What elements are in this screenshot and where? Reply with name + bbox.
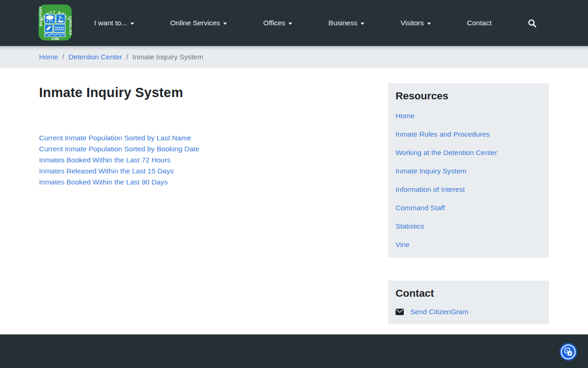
nav-item-business[interactable]: Business (328, 19, 364, 27)
contact-box: Contact Send CitizenGram (388, 281, 549, 324)
link-population-by-last-name[interactable]: Current Inmate Population Sorted by Last… (39, 132, 361, 144)
county-seal-logo[interactable]: COUNTY SOUTH BEAUFORT CAROLINA 1769 (39, 5, 72, 40)
county-seal-icon: COUNTY SOUTH BEAUFORT CAROLINA 1769 (39, 5, 72, 40)
chevron-down-icon (130, 23, 134, 25)
nav-item-label: Visitors (401, 19, 424, 27)
page-title: Inmate Inquiry System (39, 85, 361, 100)
search-button[interactable] (528, 19, 537, 28)
site-header: COUNTY SOUTH BEAUFORT CAROLINA 1769 (0, 0, 588, 46)
resources-title: Resources (396, 90, 542, 102)
send-citizengram-link[interactable]: Send CitizenGram (410, 308, 469, 316)
breadcrumb-separator: / (62, 53, 64, 61)
chevron-down-icon (361, 23, 364, 25)
breadcrumb-detention-center[interactable]: Detention Center (68, 53, 122, 61)
nav-item-online-services[interactable]: Online Services (170, 19, 227, 27)
sidebar-item-working-at-detention-center[interactable]: Working at the Detention Center (396, 144, 542, 162)
contact-title: Contact (396, 287, 542, 299)
translate-icon: ✳ A (560, 343, 577, 361)
link-population-by-booking-date[interactable]: Current Inmate Population Sorted by Book… (39, 144, 361, 155)
nav-item-label: Offices (263, 19, 285, 27)
sidebar-item-home[interactable]: Home (396, 107, 542, 125)
contact-row: Send CitizenGram (396, 308, 542, 316)
svg-text:A: A (568, 351, 571, 356)
svg-text:1769: 1769 (51, 37, 59, 41)
chevron-down-icon (223, 23, 227, 25)
sidebar-item-command-staff[interactable]: Command Staff (396, 199, 542, 217)
content-column: Inmate Inquiry System Current Inmate Pop… (39, 68, 361, 334)
report-links-list: Current Inmate Population Sorted by Last… (39, 132, 361, 188)
nav-item-label: Business (328, 19, 357, 27)
nav-item-label: Contact (467, 19, 492, 27)
svg-text:BEAUFORT: BEAUFORT (39, 6, 42, 26)
sidebar-item-inmate-inquiry-system[interactable]: Inmate Inquiry System (396, 162, 542, 180)
breadcrumb-separator: / (126, 53, 128, 61)
nav-item-visitors[interactable]: Visitors (401, 19, 431, 27)
sidebar-item-vine[interactable]: Vine (396, 236, 542, 254)
nav-item-i-want-to[interactable]: I want to... (94, 19, 134, 27)
chevron-down-icon (427, 23, 431, 25)
chevron-down-icon (288, 23, 292, 25)
link-released-last-15-days[interactable]: Inmates Released Within the Last 15 Days (39, 166, 361, 177)
nav-item-label: I want to... (94, 19, 127, 27)
nav-item-offices[interactable]: Offices (263, 19, 292, 27)
breadcrumb-home[interactable]: Home (39, 53, 58, 61)
sidebar: Resources Home Inmate Rules and Procedur… (388, 68, 549, 334)
main-nav: I want to... Online Services Offices Bus… (94, 0, 537, 46)
translate-widget-button[interactable]: ✳ A (560, 343, 577, 361)
nav-item-contact[interactable]: Contact (467, 19, 492, 27)
resources-box: Resources Home Inmate Rules and Procedur… (388, 83, 549, 258)
search-icon (528, 19, 537, 28)
svg-text:CAROLINA: CAROLINA (69, 16, 72, 35)
site-footer: ✳ A (0, 334, 588, 368)
link-booked-last-90-days[interactable]: Inmates Booked Within the Last 90 Days (39, 177, 361, 188)
resources-list: Home Inmate Rules and Procedures Working… (396, 107, 542, 254)
envelope-icon (396, 309, 404, 315)
nav-item-label: Online Services (170, 19, 220, 27)
sidebar-item-information-of-interest[interactable]: Information of Interest (396, 180, 542, 199)
breadcrumb: Home / Detention Center / Inmate Inquiry… (0, 46, 588, 68)
sidebar-item-statistics[interactable]: Statistics (396, 217, 542, 236)
link-booked-last-72-hours[interactable]: Inmates Booked Within the Last 72 Hours (39, 155, 361, 166)
breadcrumb-current-page: Inmate Inquiry System (132, 53, 203, 61)
sidebar-item-inmate-rules[interactable]: Inmate Rules and Procedures (396, 125, 542, 144)
main-content: Inmate Inquiry System Current Inmate Pop… (0, 68, 588, 334)
